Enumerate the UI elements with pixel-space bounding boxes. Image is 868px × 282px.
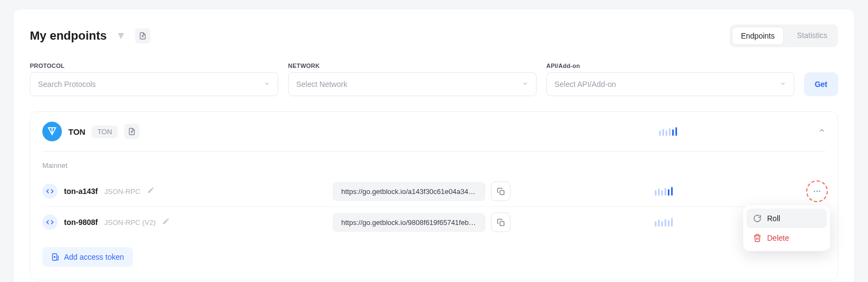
- add-token-label: Add access token: [64, 253, 124, 261]
- svg-rect-4: [500, 190, 504, 195]
- page-header: My endpoints Endpoints Statistics: [30, 24, 838, 47]
- protocol-card: TON TON Mainnet ton: [30, 111, 838, 280]
- svg-rect-8: [500, 221, 504, 225]
- protocol-label: PROTOCOL: [30, 62, 278, 69]
- protocol-name: TON: [68, 127, 85, 136]
- protocol-badge: TON: [92, 126, 117, 138]
- endpoint-url[interactable]: https://go.getblock.io/a143f30c61e04a34a…: [333, 182, 486, 201]
- protocol-id: TON TON: [42, 122, 139, 141]
- protocol-select[interactable]: Search Protocols: [30, 72, 278, 96]
- protocol-header: TON TON: [42, 122, 826, 152]
- menu-roll-label: Roll: [767, 214, 780, 223]
- context-menu: Roll Delete: [743, 205, 830, 251]
- page-title: My endpoints: [30, 29, 107, 43]
- protocol-header-right: [659, 127, 826, 136]
- endpoint-row: ton-9808f JSON-RPC (V2) https://go.getbl…: [42, 207, 826, 237]
- chevron-down-icon: [780, 80, 786, 89]
- url-group: https://go.getblock.io/a143f30c61e04a34a…: [333, 181, 510, 201]
- chevron-down-icon: [522, 80, 528, 89]
- svg-point-6: [816, 191, 818, 192]
- filter-protocol: PROTOCOL Search Protocols: [30, 62, 278, 96]
- menu-delete[interactable]: Delete: [746, 228, 827, 248]
- filter-api: API/Add-on Select API/Add-on: [546, 62, 794, 96]
- api-placeholder: Select API/Add-on: [554, 80, 616, 89]
- endpoint-left: ton-a143f JSON-RPC: [42, 184, 333, 199]
- endpoint-name: ton-a143f: [64, 187, 98, 196]
- endpoint-left: ton-9808f JSON-RPC (V2): [42, 215, 333, 230]
- endpoint-type: JSON-RPC (V2): [104, 218, 156, 227]
- menu-delete-label: Delete: [767, 234, 789, 242]
- protocol-export-icon[interactable]: [124, 124, 139, 139]
- add-access-token-button[interactable]: Add access token: [42, 247, 133, 267]
- edit-icon[interactable]: [162, 217, 170, 227]
- endpoint-name: ton-9808f: [64, 218, 98, 227]
- view-tabs: Endpoints Statistics: [730, 24, 838, 47]
- export-icon[interactable]: [135, 28, 150, 43]
- network-section-label: Mainnet: [42, 161, 826, 170]
- svg-point-5: [814, 191, 815, 192]
- title-wrap: My endpoints: [30, 28, 150, 43]
- endpoint-url[interactable]: https://go.getblock.io/9808f619f65741feb…: [333, 213, 486, 232]
- code-icon: [42, 184, 58, 199]
- svg-point-7: [819, 191, 820, 192]
- network-select[interactable]: Select Network: [288, 72, 537, 96]
- url-group: https://go.getblock.io/9808f619f65741feb…: [333, 212, 510, 232]
- collapse-icon[interactable]: [818, 127, 826, 136]
- get-button[interactable]: Get: [804, 72, 838, 96]
- menu-roll[interactable]: Roll: [746, 209, 827, 228]
- tab-endpoints[interactable]: Endpoints: [732, 27, 784, 45]
- endpoint-type: JSON-RPC: [104, 187, 140, 196]
- status-bars-icon: [655, 187, 673, 196]
- ton-logo-icon: [42, 122, 62, 141]
- filters-row: PROTOCOL Search Protocols NETWORK Select…: [30, 62, 838, 96]
- filter-network: NETWORK Select Network: [288, 62, 537, 96]
- more-options-button[interactable]: [808, 183, 826, 200]
- copy-icon[interactable]: [491, 181, 510, 201]
- tab-statistics[interactable]: Statistics: [788, 27, 836, 45]
- network-label: NETWORK: [288, 62, 537, 69]
- protocol-placeholder: Search Protocols: [38, 80, 96, 89]
- edit-icon[interactable]: [147, 186, 155, 196]
- filter-icon[interactable]: [113, 28, 129, 43]
- api-select[interactable]: Select API/Add-on: [546, 72, 794, 96]
- status-bars-icon: [655, 218, 673, 227]
- endpoint-row: ton-a143f JSON-RPC https://go.getblock.i…: [42, 176, 826, 207]
- main-panel: My endpoints Endpoints Statistics PROTOC…: [13, 9, 855, 282]
- chevron-down-icon: [264, 80, 270, 89]
- copy-icon[interactable]: [491, 212, 510, 232]
- code-icon: [42, 215, 58, 230]
- api-label: API/Add-on: [546, 62, 794, 69]
- network-placeholder: Select Network: [296, 80, 347, 89]
- status-bars-icon: [659, 127, 677, 136]
